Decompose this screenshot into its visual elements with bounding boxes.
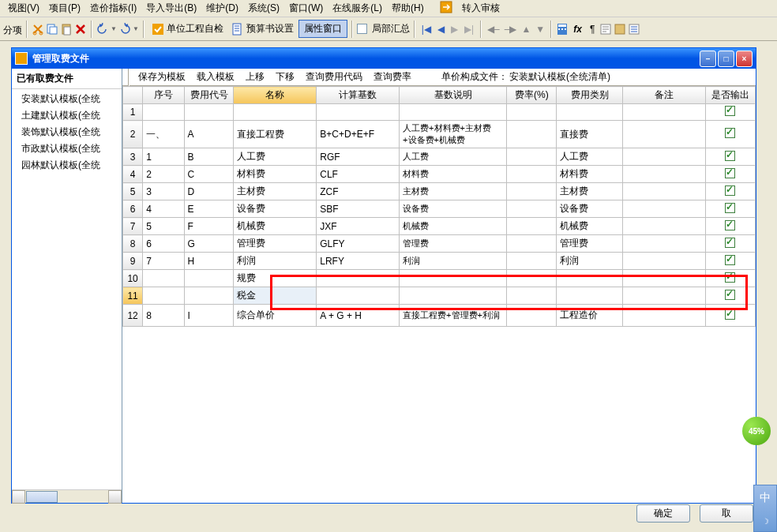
cell-base[interactable] xyxy=(317,104,400,121)
nav-next-icon[interactable]: ▶ xyxy=(451,24,458,35)
cell-note[interactable] xyxy=(623,253,706,270)
output-checkbox[interactable] xyxy=(725,238,735,248)
cell-base[interactable] xyxy=(317,287,400,305)
cell-type[interactable]: 设备费 xyxy=(557,200,623,218)
progress-badge[interactable]: 45% xyxy=(742,417,771,445)
cell-seq[interactable]: 2 xyxy=(143,166,184,183)
cell-note[interactable] xyxy=(623,305,706,327)
table-row[interactable]: 64E设备费SBF设备费设备费 xyxy=(123,200,756,218)
cell-output[interactable] xyxy=(705,305,755,327)
row-number[interactable]: 12 xyxy=(123,305,143,327)
col-base[interactable]: 计算基数 xyxy=(317,87,400,104)
tree-item[interactable]: 装饰默认模板(全统 xyxy=(12,124,122,140)
row-number[interactable]: 3 xyxy=(123,148,143,166)
cell-base[interactable]: CLF xyxy=(317,166,400,183)
property-window-button[interactable]: 属性窗口 xyxy=(298,20,347,38)
tree-item[interactable]: 安装默认模板(全统 xyxy=(12,91,122,107)
redo-icon[interactable] xyxy=(118,23,131,36)
cell-rate[interactable] xyxy=(507,235,557,253)
cell-desc[interactable]: 人工费+材料费+主材费+设备费+机械费 xyxy=(400,121,507,148)
cell-desc[interactable]: 管理费 xyxy=(400,235,507,253)
cell-desc[interactable]: 设备费 xyxy=(400,200,507,218)
cell-rate[interactable] xyxy=(507,287,557,305)
cell-name[interactable]: 综合单价 xyxy=(234,305,317,327)
cell-desc[interactable]: 利润 xyxy=(400,253,507,270)
cell-desc[interactable] xyxy=(400,287,507,305)
copy-icon[interactable] xyxy=(46,23,58,36)
cell-name[interactable]: 机械费 xyxy=(234,218,317,235)
cell-output[interactable] xyxy=(705,253,755,270)
cut-icon[interactable] xyxy=(32,23,44,36)
cell-code[interactable]: F xyxy=(184,218,234,235)
col-seq[interactable]: 序号 xyxy=(143,87,184,104)
scroll-left-icon[interactable] xyxy=(12,490,25,504)
row-number[interactable]: 8 xyxy=(123,235,143,253)
table-row[interactable]: 1 xyxy=(123,104,756,121)
cell-seq[interactable]: 一、 xyxy=(143,121,184,148)
fx-icon[interactable]: fx xyxy=(573,24,582,35)
row-number[interactable]: 4 xyxy=(123,166,143,183)
table-row[interactable]: 31B人工费RGF人工费人工费 xyxy=(123,148,756,166)
table-row[interactable]: 86G管理费GLFY管理费管理费 xyxy=(123,235,756,253)
pilcrow-icon[interactable]: ¶ xyxy=(590,24,595,35)
menu-view[interactable]: 视图(V) xyxy=(3,0,44,17)
cell-seq[interactable]: 7 xyxy=(143,253,184,270)
menu-system[interactable]: 系统(S) xyxy=(243,0,284,17)
cell-base[interactable]: SBF xyxy=(317,200,400,218)
output-checkbox[interactable] xyxy=(725,106,735,116)
tree-item[interactable]: 土建默认模板(全统 xyxy=(12,107,122,124)
cell-note[interactable] xyxy=(623,148,706,166)
cell-note[interactable] xyxy=(623,270,706,287)
calculator-icon[interactable] xyxy=(556,23,569,36)
cell-desc[interactable]: 直接工程费+管理费+利润 xyxy=(400,305,507,327)
menu-transfer[interactable]: 转入审核 xyxy=(457,0,505,17)
cell-output[interactable] xyxy=(705,270,755,287)
cell-name[interactable]: 管理费 xyxy=(234,235,317,253)
row-number[interactable]: 10 xyxy=(123,270,143,287)
cell-type[interactable] xyxy=(557,270,623,287)
cell-desc[interactable]: 机械费 xyxy=(400,218,507,235)
cell-note[interactable] xyxy=(623,166,706,183)
table-row[interactable]: 42C材料费CLF材料费材料费 xyxy=(123,166,756,183)
row-number[interactable]: 1 xyxy=(123,104,143,121)
cell-code[interactable]: H xyxy=(184,253,234,270)
movedown-icon[interactable]: ▼ xyxy=(535,24,545,35)
report-icon[interactable] xyxy=(614,23,626,36)
col-desc[interactable]: 基数说明 xyxy=(400,87,507,104)
cell-desc[interactable] xyxy=(400,104,507,121)
cell-name[interactable]: 设备费 xyxy=(234,200,317,218)
col-code[interactable]: 费用代号 xyxy=(184,87,234,104)
cell-desc[interactable]: 人工费 xyxy=(400,148,507,166)
scroll-thumb[interactable] xyxy=(26,491,58,503)
cell-output[interactable] xyxy=(705,104,755,121)
notes-icon[interactable] xyxy=(599,23,612,36)
moveup-icon[interactable]: ▲ xyxy=(521,24,531,35)
dialog-titlebar[interactable]: 管理取费文件 – □ × xyxy=(12,48,756,69)
cell-seq[interactable]: 4 xyxy=(143,200,184,218)
cell-code[interactable]: A xyxy=(184,121,234,148)
cell-type[interactable]: 工程造价 xyxy=(557,305,623,327)
cell-output[interactable] xyxy=(705,235,755,253)
output-checkbox[interactable] xyxy=(725,151,735,161)
row-number[interactable]: 7 xyxy=(123,218,143,235)
cell-name[interactable]: 直接工程费 xyxy=(234,121,317,148)
col-note[interactable]: 备注 xyxy=(623,87,706,104)
row-number[interactable]: 6 xyxy=(123,200,143,218)
output-checkbox[interactable] xyxy=(725,203,735,213)
nav-last-icon[interactable]: ▶| xyxy=(464,24,474,35)
cell-name[interactable] xyxy=(234,104,317,121)
cell-note[interactable] xyxy=(623,104,706,121)
cell-base[interactable] xyxy=(317,270,400,287)
maximize-button[interactable]: □ xyxy=(718,51,734,67)
cell-code[interactable]: B xyxy=(184,148,234,166)
cell-desc[interactable]: 材料费 xyxy=(400,166,507,183)
col-output[interactable]: 是否输出 xyxy=(705,87,755,104)
table-row[interactable]: 97H利润LRFY利润利润 xyxy=(123,253,756,270)
cell-seq[interactable] xyxy=(143,287,184,305)
cell-code[interactable]: D xyxy=(184,183,234,200)
cell-name[interactable]: 利润 xyxy=(234,253,317,270)
output-checkbox[interactable] xyxy=(725,290,735,300)
cell-type[interactable]: 主材费 xyxy=(557,183,623,200)
cell-note[interactable] xyxy=(623,218,706,235)
cell-rate[interactable] xyxy=(507,183,557,200)
